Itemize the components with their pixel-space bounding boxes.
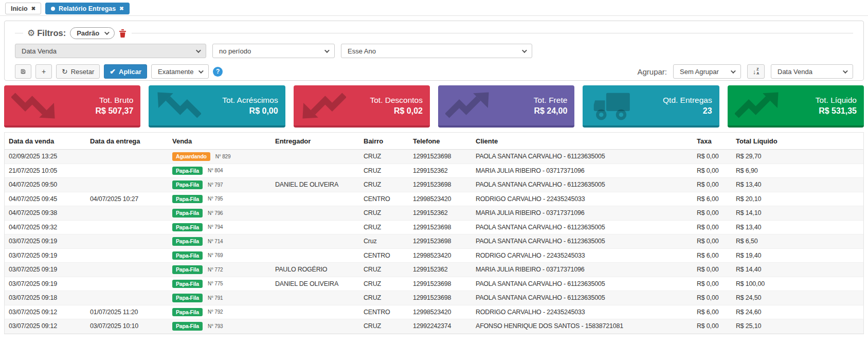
filter-field-select[interactable]: Data Venda (15, 44, 206, 58)
cell-cliente: PAOLA SANTANA CARVALHO - 61123635005 (474, 294, 695, 301)
order-by-select[interactable]: Data Venda (771, 64, 853, 79)
column-header[interactable]: Data da venda (5, 137, 88, 145)
status-badge: Papa-Fila (172, 294, 203, 302)
chevron-down-icon (104, 30, 110, 35)
column-header[interactable]: Entregador (273, 137, 361, 145)
status-badge: Papa-Fila (172, 180, 203, 189)
cell-total: R$ 13,40 (734, 181, 863, 188)
cell-data-entrega: 03/07/2025 10:10 (88, 322, 170, 330)
card-title: Tot. Acréscimos (222, 96, 278, 105)
card-value: 23 (663, 106, 712, 116)
cell-venda: Papa-Fila N° 797 (170, 180, 273, 189)
cell-venda: Aguardando N° 829 (170, 152, 273, 161)
order-by-value: Data Venda (777, 68, 843, 76)
cell-taxa: R$ 0,00 (695, 153, 734, 160)
reset-button[interactable]: ↻ Resetar (56, 64, 100, 79)
gear-icon: ⚙ (27, 28, 35, 39)
tab-bar: Inicio ✖ Relatório Entregas ✖ (0, 0, 868, 16)
filter-actions-row: + ↻ Resetar ✔ Aplicar Exatamente ? Agrup… (15, 64, 853, 79)
reset-label: Resetar (71, 68, 95, 76)
apply-button[interactable]: ✔ Aplicar (104, 64, 147, 79)
cell-data-venda: 04/07/2025 09:45 (5, 195, 88, 203)
status-badge: Papa-Fila (172, 308, 203, 317)
filter-value-value: Esse Ano (348, 47, 522, 55)
card-title: Tot. Líquido (816, 96, 857, 105)
save-filter-button[interactable] (15, 64, 31, 79)
order-number: N° 804 (208, 168, 223, 173)
cell-bairro: CENTRO (361, 309, 411, 316)
table-row[interactable]: 03/07/2025 09:12 01/07/2025 11:20 Papa-F… (5, 305, 863, 320)
table-row[interactable]: 04/07/2025 09:50 Papa-Fila N° 797 DANIEL… (5, 178, 863, 192)
cell-bairro: CRUZ (361, 181, 411, 188)
sort-alpha-icon: ↓ (753, 68, 756, 76)
table-row[interactable]: 03/07/2025 09:19 Papa-Fila N° 772 PAULO … (5, 263, 863, 277)
close-icon[interactable]: ✖ (31, 6, 35, 11)
filter-preset-select[interactable]: Padrão (70, 27, 115, 39)
cell-bairro: CRUZ (361, 294, 411, 301)
tab-inicio[interactable]: Inicio ✖ (5, 3, 41, 14)
filter-field-value: Data Venda (22, 47, 196, 55)
filters-legend-row: ⚙ Filtros: Padrão (15, 25, 853, 41)
match-mode-select[interactable]: Exatamente (151, 64, 209, 79)
table-row[interactable]: 03/07/2025 09:19 Papa-Fila N° 769 CENTRO… (5, 249, 863, 263)
status-badge: Papa-Fila (172, 322, 203, 331)
table-row[interactable]: 03/07/2025 09:18 Papa-Fila N° 791 CRUZ 1… (5, 291, 863, 305)
order-number: N° 796 (208, 210, 223, 216)
table-row[interactable]: 02/09/2025 13:25 Aguardando N° 829 CRUZ … (5, 150, 863, 164)
match-mode-value: Exatamente (158, 68, 198, 76)
column-header[interactable]: Data da entrega (88, 137, 170, 145)
card-value: R$ 0,00 (222, 106, 278, 116)
card-title: Tot. Bruto (95, 96, 133, 105)
order-number: N° 775 (208, 281, 223, 286)
tab-relatorio-entregas[interactable]: Relatório Entregas ✖ (45, 3, 130, 14)
column-header[interactable]: Total Líquido (734, 137, 863, 145)
help-icon[interactable]: ? (213, 67, 223, 77)
cell-cliente: RODRIGO CARVALHO - 22435245033 (474, 252, 695, 259)
trash-icon[interactable] (119, 29, 126, 38)
column-header[interactable]: Bairro (361, 137, 411, 145)
truck-icon (590, 90, 635, 120)
column-header[interactable]: Venda (170, 137, 273, 145)
cell-bairro: CRUZ (361, 322, 411, 330)
table-row[interactable]: 04/07/2025 09:38 Papa-Fila N° 796 CRUZ 1… (5, 206, 863, 221)
table-row[interactable]: 03/07/2025 09:19 Papa-Fila N° 775 DANIEL… (5, 277, 863, 292)
cell-data-venda: 21/07/2025 10:05 (5, 167, 88, 174)
add-filter-button[interactable]: + (35, 64, 52, 79)
table-row[interactable]: 04/07/2025 09:45 04/07/2025 10:27 Papa-F… (5, 192, 863, 207)
agrupar-select[interactable]: Sem Agrupar (673, 64, 741, 79)
summary-card: Tot. Acréscimos R$ 0,00 (149, 85, 285, 128)
card-title: Tot. Descontos (370, 96, 423, 105)
status-badge: Papa-Fila (172, 223, 203, 232)
column-header[interactable]: Cliente (474, 137, 695, 145)
cell-telefone: 12992242374 (411, 322, 474, 330)
cell-data-venda: 03/07/2025 09:18 (5, 294, 88, 301)
cell-entregador: PAULO ROGÉRIO (273, 266, 361, 273)
table-row[interactable]: 04/07/2025 09:32 Papa-Fila N° 794 CRUZ 1… (5, 221, 863, 235)
column-header[interactable]: Taxa (695, 137, 734, 145)
cell-total: R$ 29,70 (734, 153, 863, 160)
divider (15, 33, 23, 33)
cell-taxa: R$ 6,00 (695, 252, 734, 259)
table-row[interactable]: 03/07/2025 09:19 Papa-Fila N° 714 Cruz 1… (5, 234, 863, 249)
sort-direction-button[interactable]: ↓ ZA (747, 64, 765, 79)
cell-total: R$ 13,40 (734, 224, 863, 231)
cell-data-venda: 04/07/2025 09:38 (5, 209, 88, 216)
cell-cliente: PAOLA SANTANA CARVALHO - 61123635005 (474, 181, 695, 188)
status-badge: Papa-Fila (172, 265, 203, 274)
order-number: N° 772 (208, 267, 223, 273)
card-value: R$ 0,02 (370, 106, 423, 116)
close-icon[interactable]: ✖ (119, 6, 123, 11)
cell-cliente: PAOLA SANTANA CARVALHO - 61123635005 (474, 238, 695, 245)
cell-taxa: R$ 0,00 (695, 280, 734, 287)
cell-taxa: R$ 0,00 (695, 209, 734, 216)
cell-bairro: CRUZ (361, 224, 411, 231)
cell-data-venda: 02/09/2025 13:25 (5, 153, 88, 160)
table-row[interactable]: 03/07/2025 09:12 03/07/2025 10:10 Papa-F… (5, 319, 863, 334)
filter-value-select[interactable]: Esse Ano (341, 44, 532, 58)
column-header[interactable]: Telefone (411, 137, 474, 145)
card-title: Qtd. Entregas (663, 96, 712, 105)
cell-telefone: 12998523420 (411, 195, 474, 203)
filter-operator-select[interactable]: no período (212, 44, 335, 58)
card-value: R$ 531,35 (816, 106, 857, 116)
table-row[interactable]: 21/07/2025 10:05 Papa-Fila N° 804 CRUZ 1… (5, 164, 863, 178)
